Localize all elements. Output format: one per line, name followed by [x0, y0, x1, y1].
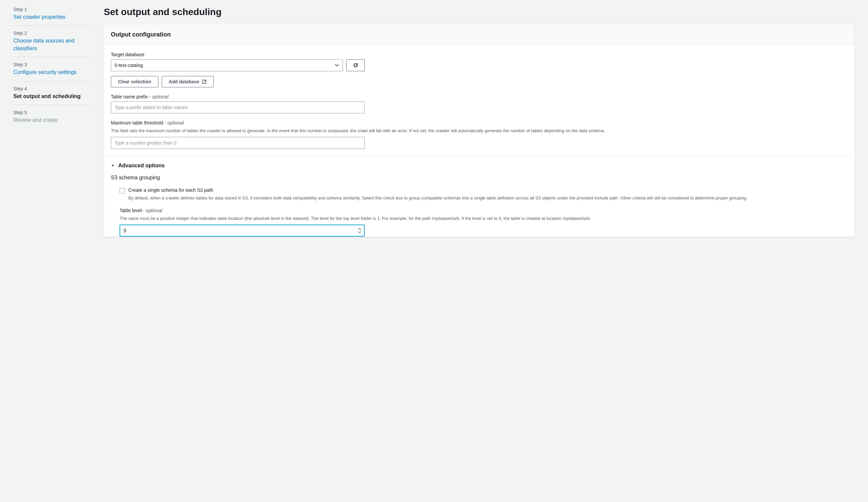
step-number: Step 1	[13, 7, 90, 12]
step-number: Step 2	[13, 30, 90, 36]
target-database-select[interactable]: 0-test-catalog	[111, 59, 343, 71]
button-label: Add database	[169, 79, 199, 84]
target-database-field: Target database 0-test-catalog	[111, 52, 848, 87]
advanced-options-section: Advanced options S3 schema grouping Crea…	[104, 156, 854, 237]
step-number: Step 5	[13, 110, 90, 115]
step-title[interactable]: Configure security settings	[13, 69, 90, 76]
s3-schema-heading: S3 schema grouping	[111, 175, 848, 181]
max-threshold-description: This field sets the maximum number of ta…	[111, 127, 848, 134]
single-schema-label[interactable]: Create a single schema for each S3 path	[128, 187, 213, 193]
number-stepper	[357, 228, 362, 233]
button-label: Clear selection	[118, 79, 151, 84]
table-level-description: The value must be a positive integer tha…	[120, 215, 848, 222]
max-threshold-field: Maximum table threshold - optional This …	[111, 120, 848, 149]
refresh-button[interactable]	[346, 59, 365, 71]
table-prefix-field: Table name prefix - optional	[111, 94, 848, 114]
main-content: Set output and scheduling Output configu…	[104, 0, 868, 502]
step-1[interactable]: Step 1 Set crawler properties	[13, 7, 90, 26]
external-link-icon	[202, 79, 207, 84]
table-prefix-label: Table name prefix - optional	[111, 94, 848, 100]
step-title[interactable]: Set crawler properties	[13, 13, 90, 21]
output-configuration-panel: Output configuration Target database 0-t…	[104, 24, 855, 237]
max-threshold-label: Maximum table threshold - optional	[111, 120, 848, 125]
target-database-label: Target database	[111, 52, 848, 57]
panel-title: Output configuration	[111, 31, 848, 38]
single-schema-checkbox[interactable]	[120, 188, 125, 194]
stepper-up-button[interactable]	[357, 228, 362, 230]
table-level-input[interactable]	[120, 224, 365, 237]
table-level-label: Table level - optional	[120, 208, 848, 213]
step-2[interactable]: Step 2 Choose data sources and classifie…	[13, 30, 90, 57]
select-value: 0-test-catalog	[114, 63, 143, 68]
single-schema-description: By default, when a crawler defines table…	[120, 195, 848, 201]
single-schema-checkbox-field: Create a single schema for each S3 path …	[111, 187, 848, 201]
step-number: Step 4	[13, 86, 90, 91]
caret-down-icon	[111, 164, 115, 168]
step-4: Step 4 Set output and scheduling	[13, 86, 90, 105]
step-number: Step 3	[13, 62, 90, 67]
wizard-sidebar: Step 1 Set crawler properties Step 2 Cho…	[0, 0, 104, 502]
table-prefix-input[interactable]	[111, 102, 365, 114]
step-5: Step 5 Review and create	[13, 110, 90, 128]
step-3[interactable]: Step 3 Configure security settings	[13, 62, 90, 81]
refresh-icon	[353, 62, 359, 68]
clear-selection-button[interactable]: Clear selection	[111, 76, 158, 87]
panel-body: Target database 0-test-catalog	[104, 45, 854, 237]
advanced-options-title: Advanced options	[118, 163, 165, 169]
step-title: Set output and scheduling	[13, 93, 90, 100]
step-title[interactable]: Choose data sources and classifiers	[13, 37, 90, 52]
max-threshold-input[interactable]	[111, 137, 365, 149]
add-database-button[interactable]: Add database	[162, 76, 214, 87]
stepper-down-button[interactable]	[357, 231, 362, 233]
panel-header: Output configuration	[104, 24, 854, 45]
table-level-field: Table level - optional The value must be…	[111, 208, 848, 237]
advanced-options-toggle[interactable]: Advanced options	[111, 163, 848, 169]
page-title: Set output and scheduling	[104, 7, 855, 18]
step-title: Review and create	[13, 116, 90, 124]
